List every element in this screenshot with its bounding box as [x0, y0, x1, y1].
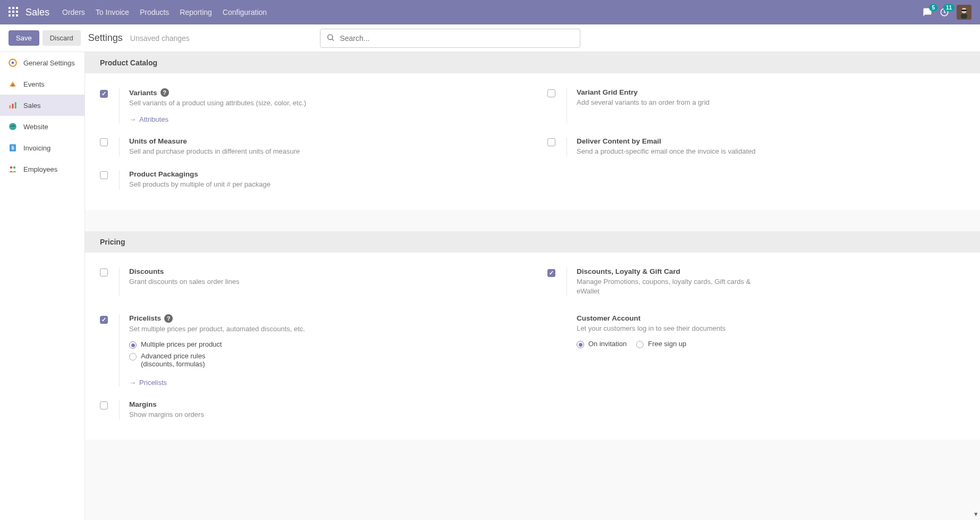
svg-rect-7 [12, 14, 14, 16]
sidebar-item-label: Employees [23, 165, 57, 173]
option-desc: Send a product-specific email once the i… [577, 147, 756, 156]
sidebar-item-website[interactable]: Website [0, 116, 85, 137]
option-desc: Show margins on orders [129, 410, 204, 420]
activities-count: 11 [943, 4, 954, 11]
svg-rect-13 [961, 10, 967, 11]
help-icon[interactable]: ? [160, 88, 169, 97]
control-bar: Save Discard Settings Unsaved changes [0, 24, 980, 52]
search-icon [326, 33, 335, 43]
arrow-right-icon: → [129, 115, 136, 123]
section-header-pricing: Pricing [85, 231, 980, 253]
sidebar: General Settings Events Sales Website $ … [0, 52, 85, 520]
chevron-down-icon[interactable]: ▾ [974, 510, 978, 518]
sidebar-item-events[interactable]: Events [0, 73, 85, 95]
messages-icon[interactable]: 5 [923, 7, 932, 17]
svg-rect-12 [961, 14, 967, 19]
section-header-product-catalog: Product Catalog [85, 52, 980, 73]
sidebar-item-sales[interactable]: Sales [0, 95, 85, 116]
svg-line-15 [333, 39, 334, 40]
sidebar-item-label: General Settings [23, 59, 75, 67]
sidebar-item-general-settings[interactable]: General Settings [0, 52, 85, 73]
app-brand[interactable]: Sales [26, 7, 49, 18]
checkbox-discounts[interactable] [100, 269, 108, 276]
radio-input[interactable] [577, 341, 584, 348]
sidebar-item-label: Website [23, 123, 48, 131]
website-icon [7, 121, 18, 132]
link-pricelists[interactable]: → Pricelists [129, 379, 167, 387]
option-title: Discounts, Loyalty & Gift Card [577, 267, 757, 275]
svg-point-14 [328, 35, 333, 39]
nav-configuration[interactable]: Configuration [223, 8, 267, 16]
activities-icon[interactable]: 11 [940, 7, 949, 17]
option-title: Variants [129, 89, 157, 97]
checkbox-deliver-email[interactable] [547, 138, 555, 146]
option-title: Deliver Content by Email [577, 137, 756, 145]
svg-point-25 [13, 166, 16, 169]
radio-on-invitation[interactable]: On invitation [577, 340, 627, 348]
option-desc: Add several variants to an order from a … [577, 98, 709, 107]
option-desc: Let your customers log in to see their d… [577, 324, 725, 333]
user-avatar[interactable] [957, 5, 971, 20]
option-desc: Set multiple prices per product, automat… [129, 324, 305, 334]
checkbox-variants[interactable] [100, 90, 108, 98]
radio-input[interactable] [636, 341, 644, 348]
option-title: Customer Account [577, 314, 725, 322]
discard-button[interactable]: Discard [43, 30, 81, 46]
checkbox-margins[interactable] [100, 401, 108, 409]
svg-rect-4 [12, 11, 14, 13]
radio-free-signup[interactable]: Free sign up [636, 340, 686, 348]
option-title: Discounts [129, 267, 239, 275]
sidebar-item-employees[interactable]: Employees [0, 158, 85, 180]
nav-reporting[interactable]: Reporting [180, 8, 212, 16]
svg-rect-18 [9, 105, 11, 108]
svg-rect-2 [16, 7, 18, 9]
top-nav: Sales Orders To Invoice Products Reporti… [0, 0, 980, 24]
option-title: Variant Grid Entry [577, 88, 709, 96]
option-desc: Sell products by multiple of unit # per … [129, 180, 271, 189]
checkbox-variant-grid[interactable] [547, 89, 555, 97]
link-attributes[interactable]: → Attributes [129, 115, 168, 123]
svg-rect-3 [9, 11, 11, 13]
radio-advanced-rules[interactable]: Advanced price rules(discounts, formulas… [129, 352, 305, 368]
arrow-right-icon: → [129, 379, 136, 387]
nav-items: Orders To Invoice Products Reporting Con… [62, 8, 267, 16]
svg-rect-1 [12, 7, 14, 9]
checkbox-packagings[interactable] [100, 171, 108, 179]
svg-rect-5 [16, 11, 18, 13]
nav-orders[interactable]: Orders [62, 8, 85, 16]
gear-icon [7, 57, 18, 68]
svg-rect-0 [9, 7, 11, 9]
nav-products[interactable]: Products [140, 8, 169, 16]
option-desc: Sell variants of a product using attribu… [129, 98, 306, 108]
search-input[interactable] [320, 29, 580, 48]
option-title: Product Packagings [129, 170, 271, 178]
save-button[interactable]: Save [9, 30, 39, 46]
page-subtitle: Unsaved changes [130, 34, 190, 43]
option-title: Units of Measure [129, 137, 300, 145]
checkbox-loyalty[interactable] [547, 269, 555, 277]
option-desc: Grant discounts on sales order lines [129, 277, 239, 287]
sidebar-item-label: Invoicing [23, 144, 50, 152]
option-desc: Manage Promotions, coupons, loyalty card… [577, 277, 757, 296]
nav-to-invoice[interactable]: To Invoice [96, 8, 129, 16]
checkbox-uom[interactable] [100, 138, 108, 146]
employees-icon [7, 164, 18, 174]
page-title: Settings [88, 32, 123, 44]
apps-icon[interactable] [9, 7, 19, 18]
sidebar-item-invoicing[interactable]: $ Invoicing [0, 137, 85, 158]
radio-input[interactable] [129, 341, 137, 349]
option-title: Margins [129, 400, 204, 408]
search-box [320, 29, 580, 48]
main-content: Product Catalog Variants? Sell variants … [85, 52, 980, 520]
help-icon[interactable]: ? [164, 314, 173, 323]
svg-rect-8 [16, 14, 18, 16]
checkbox-pricelists[interactable] [100, 316, 108, 324]
svg-rect-20 [15, 102, 16, 108]
svg-rect-19 [12, 104, 14, 108]
radio-input[interactable] [129, 353, 137, 360]
events-icon [7, 79, 18, 89]
option-desc: Sell and purchase products in different … [129, 147, 300, 156]
invoicing-icon: $ [7, 142, 18, 153]
svg-point-17 [12, 62, 14, 64]
radio-multiple-prices[interactable]: Multiple prices per product [129, 340, 305, 349]
